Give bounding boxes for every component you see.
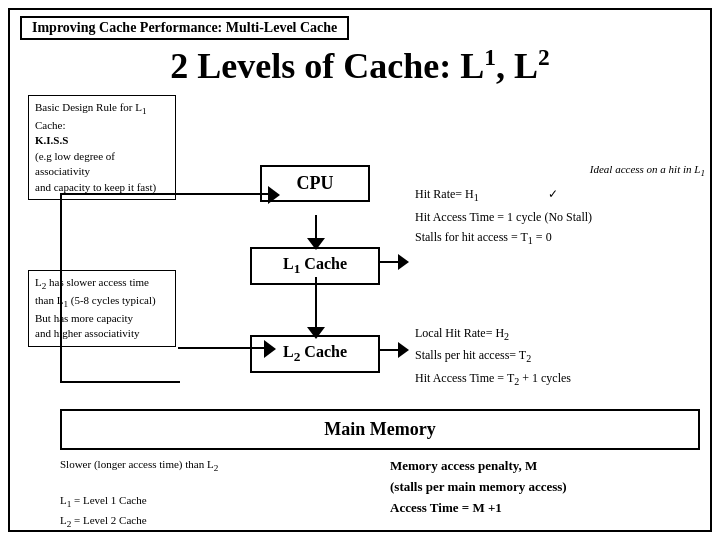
l2-to-right-arrow bbox=[398, 342, 409, 358]
l1-to-right-arrow bbox=[398, 254, 409, 270]
left-vert-line bbox=[60, 193, 62, 383]
l2-to-right-line bbox=[380, 349, 400, 351]
l1-label: L1 Cache bbox=[283, 255, 347, 272]
left-bottom-box: L2 has slower access time than L1 (5-8 c… bbox=[28, 270, 176, 347]
title-text: Improving Cache Performance: Multi-Level… bbox=[32, 20, 337, 35]
outer-container: Improving Cache Performance: Multi-Level… bbox=[8, 8, 712, 532]
bottom-info: Slower (longer access time) than L2 L1 =… bbox=[60, 456, 700, 532]
ideal-note: Ideal access on a hit in L1 bbox=[415, 163, 705, 178]
arrow-to-cpu-line bbox=[178, 193, 272, 195]
main-title: 2 Levels of Cache: L1, L2 bbox=[20, 44, 700, 87]
l2-hit-info: Local Hit Rate= H2 Stalls per hit access… bbox=[415, 323, 705, 390]
main-memory-box: Main Memory bbox=[60, 409, 700, 450]
left-top-horiz bbox=[60, 193, 180, 195]
l1-hit-info: Hit Rate= H1 ✓ Hit Access Time = 1 cycle… bbox=[415, 184, 705, 249]
left-top-box: Basic Design Rule for L1 Cache: K.I.S.S … bbox=[28, 95, 176, 200]
left-bot-horiz bbox=[60, 381, 180, 383]
bottom-left: Slower (longer access time) than L2 L1 =… bbox=[60, 456, 370, 532]
right-bottom-panel: Local Hit Rate= H2 Stalls per hit access… bbox=[415, 323, 705, 390]
l2-cache-box: L2 Cache bbox=[250, 335, 380, 373]
bottom-right: Memory access penalty, M (stalls per mai… bbox=[390, 456, 700, 518]
l2-label: L2 Cache bbox=[283, 343, 347, 360]
l1-to-right-line bbox=[380, 261, 400, 263]
right-top-panel: Ideal access on a hit in L1 Hit Rate= H1… bbox=[415, 163, 705, 249]
title-bar: Improving Cache Performance: Multi-Level… bbox=[20, 16, 349, 40]
l1-to-l2-line bbox=[315, 277, 317, 331]
cpu-box: CPU bbox=[260, 165, 370, 202]
